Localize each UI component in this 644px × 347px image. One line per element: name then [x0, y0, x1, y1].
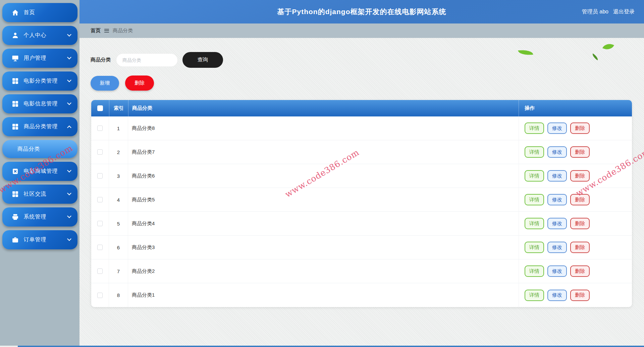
- row-index: 4: [109, 188, 128, 211]
- row-category: 商品分类1: [128, 283, 519, 307]
- breadcrumb-home[interactable]: 首页: [91, 28, 101, 34]
- table-row: 6 商品分类3 详情 修改 删除: [91, 236, 632, 259]
- detail-button[interactable]: 详情: [525, 218, 544, 229]
- sidebar-item-4[interactable]: 电影分类管理: [2, 71, 77, 91]
- detail-button[interactable]: 详情: [525, 122, 544, 134]
- row-checkbox[interactable]: [97, 221, 103, 226]
- admin-user-label: 管理员 abo: [582, 8, 608, 15]
- grid-icon: [12, 78, 19, 85]
- row-index: 2: [109, 140, 128, 164]
- column-header-category: 商品分类: [128, 100, 519, 116]
- sidebar-item-label: 系统管理: [24, 213, 47, 220]
- table-body: 1 商品分类8 详情 修改 删除 2 商品分类7 详情 修改 删除 3 商品分类…: [91, 116, 632, 307]
- row-delete-button[interactable]: 删除: [570, 290, 590, 301]
- menu-lines-icon: [104, 29, 109, 33]
- sidebar-item-label: 商品分类: [17, 146, 40, 153]
- detail-button[interactable]: 详情: [525, 265, 544, 277]
- row-index: 8: [109, 283, 128, 307]
- sidebar-item-label: 电影商城管理: [24, 168, 58, 175]
- printer-icon: [12, 213, 19, 220]
- edit-button[interactable]: 修改: [547, 218, 567, 229]
- sidebar-item-11[interactable]: 订单管理: [2, 230, 77, 249]
- row-category: 商品分类7: [128, 140, 519, 164]
- sidebar-item-9[interactable]: 社区交流: [2, 185, 77, 204]
- row-checkbox[interactable]: [97, 173, 103, 179]
- detail-button[interactable]: 详情: [525, 194, 544, 205]
- grid-icon: [12, 100, 19, 107]
- chevron-down-icon: [67, 101, 71, 105]
- sidebar-item-2[interactable]: 个人中心: [2, 26, 77, 45]
- edit-button[interactable]: 修改: [547, 122, 567, 134]
- row-checkbox[interactable]: [97, 268, 103, 274]
- sidebar: 首页 个人中心 用户管理 电影分类管理 电影信息管理 商品分类管理 商品分类 电…: [0, 0, 79, 346]
- sidebar-item-10[interactable]: 系统管理: [2, 207, 77, 227]
- row-category: 商品分类5: [128, 188, 519, 211]
- row-delete-button[interactable]: 删除: [570, 218, 590, 229]
- edit-button[interactable]: 修改: [547, 194, 567, 205]
- filter-row: 商品分类 查询: [91, 52, 644, 68]
- sidebar-item-label: 首页: [24, 9, 35, 16]
- select-all-checkbox[interactable]: [97, 105, 103, 111]
- add-button[interactable]: 新增: [91, 76, 119, 91]
- row-category: 商品分类6: [128, 164, 519, 188]
- sidebar-item-5[interactable]: 电影信息管理: [2, 94, 77, 113]
- edit-button[interactable]: 修改: [547, 242, 567, 253]
- row-category: 商品分类3: [128, 236, 519, 259]
- top-header: 基于Python的django框架开发的在线电影网站系统 管理员 abo 退出登…: [79, 0, 644, 23]
- chevron-down-icon: [67, 168, 71, 172]
- table-row: 4 商品分类5 详情 修改 删除: [91, 188, 632, 212]
- sidebar-item-3[interactable]: 用户管理: [2, 49, 77, 68]
- grid-icon: [12, 123, 19, 130]
- row-category: 商品分类8: [128, 116, 519, 140]
- sidebar-item-1[interactable]: 首页: [2, 3, 77, 22]
- row-delete-button[interactable]: 删除: [570, 194, 590, 205]
- logout-link[interactable]: 退出登录: [613, 8, 635, 15]
- sidebar-item-6[interactable]: 商品分类管理: [2, 117, 77, 136]
- sidebar-item-8[interactable]: 电影商城管理: [2, 162, 77, 181]
- detail-button[interactable]: 详情: [525, 242, 544, 253]
- row-category: 商品分类4: [128, 212, 519, 235]
- row-delete-button[interactable]: 删除: [570, 265, 590, 277]
- table-row: 7 商品分类2 详情 修改 删除: [91, 259, 632, 283]
- table-row: 1 商品分类8 详情 修改 删除: [91, 116, 632, 140]
- horizontal-scrollbar[interactable]: [18, 346, 644, 347]
- edit-button[interactable]: 修改: [547, 290, 567, 301]
- row-category: 商品分类2: [128, 259, 519, 283]
- delete-button[interactable]: 删除: [125, 76, 154, 91]
- chevron-down-icon: [67, 55, 71, 59]
- row-delete-button[interactable]: 删除: [570, 122, 590, 134]
- detail-button[interactable]: 详情: [525, 170, 544, 182]
- row-delete-button[interactable]: 删除: [570, 146, 590, 158]
- main-content: 商品分类 查询 新增 删除 索引 商品分类 操作 1 商品分类8 详情 修改 删…: [79, 38, 644, 347]
- table-row: 8 商品分类1 详情 修改 删除: [91, 283, 632, 307]
- sidebar-subitem-7[interactable]: 商品分类: [2, 140, 77, 158]
- edit-button[interactable]: 修改: [547, 265, 567, 277]
- breadcrumb: 首页 商品分类: [79, 23, 644, 38]
- detail-button[interactable]: 详情: [525, 146, 544, 158]
- row-index: 7: [109, 259, 128, 283]
- detail-button[interactable]: 详情: [525, 290, 544, 301]
- edit-button[interactable]: 修改: [547, 146, 567, 158]
- sidebar-item-label: 电影信息管理: [24, 100, 58, 107]
- row-checkbox[interactable]: [97, 149, 103, 155]
- person-icon: [12, 32, 19, 39]
- edit-button[interactable]: 修改: [547, 170, 567, 182]
- row-checkbox[interactable]: [97, 126, 103, 131]
- sidebar-item-label: 订单管理: [24, 236, 47, 243]
- query-button[interactable]: 查询: [182, 52, 223, 68]
- filter-label: 商品分类: [91, 57, 111, 63]
- row-delete-button[interactable]: 删除: [570, 242, 590, 253]
- page-title: 基于Python的django框架开发的在线电影网站系统: [79, 0, 644, 23]
- monitor-icon: [12, 55, 19, 62]
- search-input[interactable]: [116, 53, 178, 67]
- row-checkbox[interactable]: [97, 197, 103, 202]
- chevron-down-icon: [67, 32, 71, 37]
- row-checkbox[interactable]: [97, 245, 103, 250]
- sidebar-item-label: 社区交流: [24, 191, 47, 198]
- briefcase-icon: [12, 236, 19, 243]
- column-header-actions: 操作: [519, 100, 632, 116]
- row-checkbox[interactable]: [97, 293, 103, 298]
- sidebar-item-label: 用户管理: [24, 55, 47, 62]
- table-header-row: 索引 商品分类 操作: [91, 100, 632, 116]
- row-delete-button[interactable]: 删除: [570, 170, 590, 182]
